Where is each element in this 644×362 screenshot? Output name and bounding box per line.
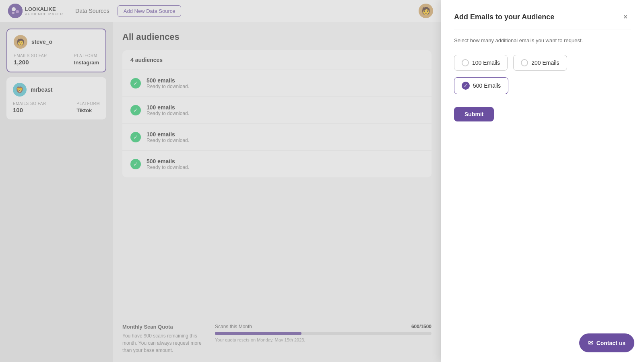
quota-desc: You have 900 scans remaining this month.… xyxy=(122,332,203,354)
mail-icon: ✉ xyxy=(588,339,593,347)
email-option-100[interactable]: 100 Emails xyxy=(454,55,508,71)
audience-row-2: ✓ 100 emails Ready to download. xyxy=(122,97,431,124)
emails-label-mrbeast: EMAILS SO FAR xyxy=(13,101,46,106)
source-card-steve[interactable]: 🧑 steve_o EMAILS SO FAR 1,200 PLATFORM I… xyxy=(6,29,106,72)
radio-200 xyxy=(521,59,528,66)
platform-stat-steve: PLATFORM Instagram xyxy=(74,53,99,66)
audience-row-3: ✓ 100 emails Ready to download. xyxy=(122,124,431,151)
quota-right: Scans this Month 600/1500 Your quota res… xyxy=(215,324,431,342)
panel-title: Add Emails to your Audience xyxy=(454,13,554,21)
audience-status-3: Ready to download. xyxy=(147,138,189,143)
quota-section: Monthly Scan Quota You have 900 scans re… xyxy=(122,324,431,354)
footer: Monthly Scan Quota You have 900 scans re… xyxy=(113,316,441,362)
logo-name: LOOKALIKE xyxy=(25,6,63,12)
panel-subtitle: Select how many additional emails you wa… xyxy=(454,37,631,43)
logo-sub: AUDIENCE MAKER xyxy=(25,12,63,16)
source-name-mrbeast: mrbeast xyxy=(31,86,52,93)
platform-label-mrbeast: PLATFORM xyxy=(76,101,100,106)
logo: LOOKALIKE AUDIENCE MAKER xyxy=(8,4,63,18)
source-avatar-mrbeast: 🦁 xyxy=(13,83,27,97)
platform-label-steve: PLATFORM xyxy=(74,53,99,58)
svg-point-2 xyxy=(16,10,19,13)
audiences-header: 4 audiences xyxy=(122,50,431,70)
platform-value-steve: Instagram xyxy=(74,60,99,66)
email-option-500[interactable]: ✓ 500 Emails xyxy=(454,77,508,94)
emails-value-steve: 1,200 xyxy=(14,59,29,66)
email-options: 100 Emails 200 Emails xyxy=(454,55,631,71)
emails-stat-steve: EMAILS SO FAR 1,200 xyxy=(14,53,47,66)
close-panel-button[interactable]: × xyxy=(620,11,631,23)
scans-value: 600/1500 xyxy=(411,324,431,329)
check-icon-2: ✓ xyxy=(130,105,141,115)
quota-bar-header: Scans this Month 600/1500 xyxy=(215,324,431,329)
check-icon-3: ✓ xyxy=(130,132,141,142)
svg-point-3 xyxy=(12,12,14,14)
emails-stat-mrbeast: EMAILS SO FAR 100 xyxy=(13,101,46,114)
quota-bar-fill xyxy=(215,332,301,335)
email-option-200-label: 200 Emails xyxy=(531,60,559,66)
audience-status-1: Ready to download. xyxy=(147,84,189,89)
source-name-steve: steve_o xyxy=(31,39,52,45)
check-icon-1: ✓ xyxy=(130,78,141,88)
audience-status-4: Ready to download. xyxy=(147,165,189,170)
audience-emails-3: 100 emails xyxy=(147,131,189,138)
source-stats-steve: EMAILS SO FAR 1,200 PLATFORM Instagram xyxy=(14,53,99,66)
radio-100 xyxy=(462,59,469,66)
check-icon-4: ✓ xyxy=(130,159,141,169)
quota-left: Monthly Scan Quota You have 900 scans re… xyxy=(122,324,203,354)
email-option-500-label: 500 Emails xyxy=(473,82,501,89)
audience-info-3: 100 emails Ready to download. xyxy=(147,131,189,143)
quota-bar-track xyxy=(215,332,431,335)
scans-label: Scans this Month xyxy=(215,324,252,329)
source-card-header-steve: 🧑 steve_o xyxy=(14,35,99,49)
audience-info-4: 500 emails Ready to download. xyxy=(147,158,189,170)
top-bar: LOOKALIKE AUDIENCE MAKER Data Sources Ad… xyxy=(0,0,441,22)
user-avatar: 🧑 xyxy=(419,4,433,18)
audience-row-1: ✓ 500 emails Ready to download. xyxy=(122,70,431,97)
quota-title: Monthly Scan Quota xyxy=(122,324,203,330)
contact-us-label: Contact us xyxy=(597,340,625,346)
main-content: All audiences 4 audiences ✓ 500 emails R… xyxy=(113,22,441,362)
contact-us-button[interactable]: ✉ Contact us xyxy=(579,333,634,352)
svg-point-0 xyxy=(8,4,23,18)
svg-point-1 xyxy=(12,7,16,11)
source-card-header-mrbeast: 🦁 mrbeast xyxy=(13,83,100,97)
source-card-mrbeast[interactable]: 🦁 mrbeast EMAILS SO FAR 100 PLATFORM Tik… xyxy=(6,77,106,119)
audience-info-2: 100 emails Ready to download. xyxy=(147,104,189,116)
quota-reset: Your quota resets on Monday, May 15th 20… xyxy=(215,337,431,342)
email-option-200[interactable]: 200 Emails xyxy=(513,55,567,71)
source-stats-mrbeast: EMAILS SO FAR 100 PLATFORM Tiktok xyxy=(13,101,100,114)
submit-button[interactable]: Submit xyxy=(454,107,494,121)
source-avatar-steve: 🧑 xyxy=(14,35,27,49)
audiences-card: 4 audiences ✓ 500 emails Ready to downlo… xyxy=(122,50,431,177)
emails-value-mrbeast: 100 xyxy=(13,107,23,113)
page-title: All audiences xyxy=(122,32,431,42)
platform-stat-mrbeast: PLATFORM Tiktok xyxy=(76,101,100,114)
emails-label-steve: EMAILS SO FAR xyxy=(14,53,47,58)
data-sources-label: Data Sources xyxy=(75,8,109,14)
panel-header: Add Emails to your Audience × xyxy=(454,11,631,29)
sidebar: 🧑 steve_o EMAILS SO FAR 1,200 PLATFORM I… xyxy=(0,22,113,362)
audience-info-1: 500 emails Ready to download. xyxy=(147,77,189,89)
audience-emails-4: 500 emails xyxy=(147,158,189,165)
add-new-data-source-button[interactable]: Add New Data Source xyxy=(118,5,182,17)
email-option-100-label: 100 Emails xyxy=(472,60,500,66)
logo-text-block: LOOKALIKE AUDIENCE MAKER xyxy=(25,6,63,16)
audience-emails-1: 500 emails xyxy=(147,77,189,84)
audience-row-4: ✓ 500 emails Ready to download. xyxy=(122,151,431,177)
audience-emails-2: 100 emails xyxy=(147,104,189,111)
logo-icon xyxy=(8,4,23,18)
audience-status-2: Ready to download. xyxy=(147,111,189,116)
platform-value-mrbeast: Tiktok xyxy=(76,107,92,113)
side-panel: Add Emails to your Audience × Select how… xyxy=(441,0,644,362)
check-badge-500: ✓ xyxy=(462,82,470,90)
